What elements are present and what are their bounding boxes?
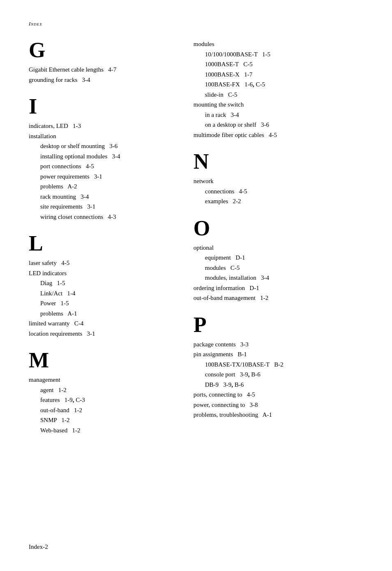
entry-mounting-switch: mounting the switch bbox=[194, 100, 363, 109]
entry-100base-tx: 100BASE-TX/10BASE-T B-2 bbox=[194, 360, 363, 369]
letter-o: O bbox=[194, 218, 363, 239]
section-o: O optional equipment D-1 modules C-5 mod… bbox=[194, 218, 363, 303]
entry-out-of-band: out-of-band 1-2 bbox=[29, 406, 181, 415]
entry-package-contents: package contents 3-3 bbox=[194, 340, 363, 349]
entry-in-rack: in a rack 3-4 bbox=[194, 110, 363, 120]
entry-ports-connecting: ports, connecting to 4-5 bbox=[194, 390, 363, 399]
section-i: I indicators, LED 1-3 installation deskt… bbox=[29, 96, 181, 221]
entry-port-connections: port connections 4-5 bbox=[29, 162, 181, 171]
entry-modules-c5: modules C-5 bbox=[194, 263, 363, 273]
entry-power-connecting: power, connecting to 3-8 bbox=[194, 400, 363, 410]
section-p: P package contents 3-3 pin assignments B… bbox=[194, 314, 363, 420]
entry-location-requirements: location requirements 3-1 bbox=[29, 329, 181, 339]
letter-m: M bbox=[29, 350, 181, 371]
entry-connections: connections 4-5 bbox=[194, 187, 363, 196]
entry-features: features 1-9, C-3 bbox=[29, 395, 181, 405]
entry-installing-optional: installing optional modules 3-4 bbox=[29, 152, 181, 161]
entry-laser-safety: laser safety 4-5 bbox=[29, 258, 181, 268]
right-column: modules 10/100/1000BASE-T 1-5 1000BASE-T… bbox=[189, 39, 363, 446]
entry-modules: modules bbox=[194, 39, 363, 49]
section-m: M management agent 1-2 features 1-9, C-3… bbox=[29, 350, 181, 435]
entry-slide-in: slide-in C-5 bbox=[194, 90, 363, 100]
entry-led-indicators: LED indicators bbox=[29, 269, 181, 278]
entry-web-based: Web-based 1-2 bbox=[29, 426, 181, 435]
entry-out-of-band-mgmt: out-of-band management 1-2 bbox=[194, 293, 363, 303]
entry-ordering-information: ordering information D-1 bbox=[194, 283, 363, 293]
entry-grounding: grounding for racks 3-4 bbox=[29, 75, 181, 85]
section-l: L laser safety 4-5 LED indicators Diag 1… bbox=[29, 233, 181, 338]
letter-p: P bbox=[194, 314, 363, 336]
entry-network: network bbox=[194, 176, 363, 186]
letter-g: G bbox=[29, 39, 181, 61]
section-n: N network connections 4-5 examples 2-2 bbox=[194, 151, 363, 206]
entry-power-requirements: power requirements 3-1 bbox=[29, 172, 181, 181]
entry-diag: Diag 1-5 bbox=[29, 279, 181, 288]
entry-installation: installation bbox=[29, 132, 181, 141]
entry-1000base-t: 1000BASE-T C-5 bbox=[194, 60, 363, 69]
entry-db9: DB-9 3-9, B-6 bbox=[194, 380, 363, 390]
entry-link-act: Link/Act 1-4 bbox=[29, 289, 181, 298]
entry-1000base-x: 1000BASE-X 1-7 bbox=[194, 70, 363, 79]
entry-pin-assignments: pin assignments B-1 bbox=[194, 350, 363, 359]
letter-l: L bbox=[29, 233, 181, 254]
entry-desktop-shelf: desktop or shelf mounting 3-6 bbox=[29, 142, 181, 151]
page-number: Index-2 bbox=[29, 543, 48, 550]
letter-n: N bbox=[194, 151, 363, 172]
letter-i: I bbox=[29, 96, 181, 117]
header-label: Index bbox=[29, 21, 42, 27]
entry-gigabit: Gigabit Ethernet cable lengths 4-7 bbox=[29, 65, 181, 74]
entry-problems-a1: problems A-1 bbox=[29, 309, 181, 318]
entry-equipment: equipment D-1 bbox=[194, 253, 363, 262]
entry-power-led: Power 1-5 bbox=[29, 299, 181, 308]
entry-multimode-fiber: multimode fiber optic cables 4-5 bbox=[194, 130, 363, 140]
entry-rack-mounting: rack mounting 3-4 bbox=[29, 192, 181, 202]
entry-limited-warranty: limited warranty C-4 bbox=[29, 319, 181, 328]
entry-optional: optional bbox=[194, 243, 363, 253]
entry-examples: examples 2-2 bbox=[194, 197, 363, 206]
page-header: Index bbox=[29, 21, 363, 27]
entry-10-100-1000: 10/100/1000BASE-T 1-5 bbox=[194, 50, 363, 59]
entry-site-requirements: site requirements 3-1 bbox=[29, 202, 181, 211]
entry-indicators-led: indicators, LED 1-3 bbox=[29, 121, 181, 131]
entry-problems-a2: problems A-2 bbox=[29, 182, 181, 191]
entry-modules-installation: modules, installation 3-4 bbox=[194, 273, 363, 283]
entry-100base-fx: 100BASE-FX 1-6, C-5 bbox=[194, 80, 363, 89]
entry-console-port: console port 3-9, B-6 bbox=[194, 370, 363, 379]
section-g: G Gigabit Ethernet cable lengths 4-7 gro… bbox=[29, 39, 181, 84]
entry-problems-troubleshooting: problems, troubleshooting A-1 bbox=[194, 410, 363, 420]
entry-on-desktop: on a desktop or shelf 3-6 bbox=[194, 120, 363, 130]
entry-management: management bbox=[29, 375, 181, 385]
page-footer: Index-2 bbox=[29, 543, 48, 550]
section-modules-top: modules 10/100/1000BASE-T 1-5 1000BASE-T… bbox=[194, 39, 363, 139]
entry-agent: agent 1-2 bbox=[29, 385, 181, 395]
left-column: G Gigabit Ethernet cable lengths 4-7 gro… bbox=[29, 39, 189, 446]
entry-wiring-closet: wiring closet connections 4-3 bbox=[29, 212, 181, 222]
entry-snmp: SNMP 1-2 bbox=[29, 415, 181, 425]
